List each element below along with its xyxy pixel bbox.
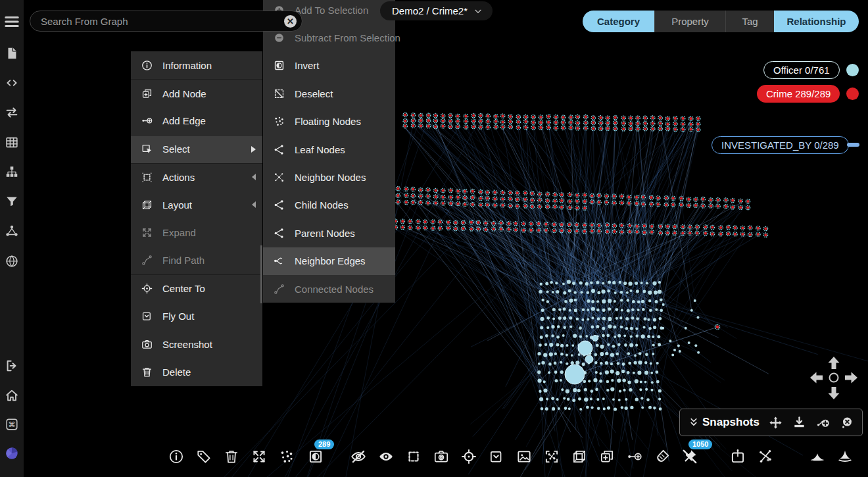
tab-category[interactable]: Category xyxy=(583,11,654,32)
menu-item-label: Leaf Nodes xyxy=(295,144,395,155)
menu-item-connected-nodes: Connected Nodes xyxy=(263,275,395,303)
search-input[interactable] xyxy=(30,16,284,27)
tab-tag[interactable]: Tag xyxy=(725,11,774,32)
sidebar-logo-button[interactable] xyxy=(5,446,19,461)
sidebar-transform-button[interactable] xyxy=(5,105,19,120)
sidebar-code-button[interactable] xyxy=(5,76,19,90)
legend-relationship-investigated-by[interactable]: INVESTIGATED_BY 0/289 xyxy=(711,136,849,154)
menu-item-find-path: Find Path xyxy=(131,247,262,274)
context-menu-scrollbar[interactable] xyxy=(260,245,262,303)
toolbar-tag-button[interactable] xyxy=(193,445,215,468)
legend-category-officer[interactable]: Officer 0/761 xyxy=(763,61,840,79)
toolbar-crosshair-button[interactable] xyxy=(458,445,480,468)
menu-item-neighbor-edges[interactable]: Neighbor Edges xyxy=(263,247,395,275)
add-node-icon xyxy=(598,448,615,465)
search-clear-button[interactable]: ✕ xyxy=(284,15,297,28)
sidebar-table-button[interactable] xyxy=(5,135,19,149)
menu-item-screenshot[interactable]: Screenshot xyxy=(131,330,262,358)
snapshots-move-button[interactable] xyxy=(768,415,783,430)
menu-item-actions[interactable]: Actions xyxy=(131,163,262,191)
toolbar-brush-button[interactable] xyxy=(651,445,673,468)
pan-left-arrow[interactable] xyxy=(810,372,823,384)
actions-grid-icon xyxy=(141,171,153,184)
crime-color-dot[interactable] xyxy=(846,88,859,100)
screenshot-icon xyxy=(141,338,153,351)
toolbar-cone-button[interactable] xyxy=(834,445,856,468)
toolbar-dashed-square-button[interactable] xyxy=(402,445,425,468)
menu-item-information[interactable]: Information xyxy=(131,51,262,79)
toolbar-nodes-bracket-button[interactable] xyxy=(541,445,563,468)
snapshots-node-plus-button[interactable] xyxy=(815,415,831,430)
menu-item-label: Add Edge xyxy=(162,115,262,126)
snapshots-actions xyxy=(768,415,854,430)
toolbar-trash-button[interactable] xyxy=(220,445,243,468)
sidebar-documents-button[interactable] xyxy=(5,46,19,61)
toolbar-board-pin-button[interactable] xyxy=(727,445,749,468)
menu-item-center-to[interactable]: Center To xyxy=(131,274,262,302)
tab-property[interactable]: Property xyxy=(654,11,725,32)
sign-out-icon xyxy=(5,359,19,373)
menu-item-select[interactable]: Select xyxy=(131,135,262,163)
snapshots-circle-x-button[interactable] xyxy=(839,415,854,430)
menu-item-add-node[interactable]: Add Node xyxy=(131,79,262,107)
toolbar-info-circle-button[interactable] xyxy=(165,445,187,468)
cone-icon xyxy=(836,448,854,465)
pan-dpad[interactable] xyxy=(808,353,860,404)
toolbar-invert-button[interactable]: 289 xyxy=(304,445,327,468)
toolbar-pin-off-button[interactable]: 1050 xyxy=(679,445,701,468)
sidebar-graph-view-button[interactable] xyxy=(5,224,19,238)
sidebar-hierarchy-button[interactable] xyxy=(5,164,19,179)
menu-item-label: Invert xyxy=(295,60,395,71)
project-selector[interactable]: Demo2 / Crime2* xyxy=(380,1,493,20)
toolbar-expand-arrows-button[interactable] xyxy=(248,445,270,468)
menu-item-parent-nodes[interactable]: Parent Nodes xyxy=(263,219,395,247)
menu-item-delete[interactable]: Delete xyxy=(131,358,262,386)
double-chevron-down-icon[interactable] xyxy=(688,416,700,428)
dashed-square-icon xyxy=(405,448,422,465)
toolbar-camera-button[interactable] xyxy=(430,445,452,468)
officer-color-dot[interactable] xyxy=(846,64,859,76)
menu-item-fly-out[interactable]: Fly Out xyxy=(131,303,262,330)
code-icon xyxy=(5,76,19,90)
menu-item-floating-nodes[interactable]: Floating Nodes xyxy=(263,108,395,136)
pan-right-arrow[interactable] xyxy=(845,372,857,384)
menu-item-layout[interactable]: Layout xyxy=(131,191,262,218)
download-icon xyxy=(792,415,807,430)
info-circle-icon xyxy=(141,59,153,72)
toolbar-add-edge-button[interactable] xyxy=(623,445,646,468)
menu-item-add-edge[interactable]: Add Edge xyxy=(131,107,262,135)
toolbar-floating-nodes-button[interactable] xyxy=(276,445,298,468)
toolbar-cut-edges-button[interactable] xyxy=(754,445,777,468)
toolbar-add-node-button[interactable] xyxy=(596,445,618,468)
snapshots-download-button[interactable] xyxy=(792,415,807,430)
sidebar-home-button[interactable] xyxy=(5,388,19,403)
menu-item-invert[interactable]: Invert xyxy=(263,52,395,80)
sidebar-geo-button[interactable] xyxy=(5,254,19,268)
menu-item-deselect[interactable]: Deselect xyxy=(263,80,395,107)
tab-relationship[interactable]: Relationship xyxy=(774,11,859,32)
pan-up-arrow[interactable] xyxy=(829,357,840,369)
toolbar-image-button[interactable] xyxy=(513,445,535,468)
toolbar-eye-off-button[interactable] xyxy=(347,445,370,468)
center-target-icon xyxy=(141,282,153,295)
cube-icon xyxy=(571,448,588,465)
pan-center-circle[interactable] xyxy=(830,374,838,382)
sidebar-filter-button[interactable] xyxy=(5,194,19,209)
path-icon xyxy=(273,283,285,295)
sidebar-menu-button[interactable] xyxy=(3,13,20,30)
legend-category-crime[interactable]: Crime 289/289 xyxy=(757,85,840,103)
pan-down-arrow[interactable] xyxy=(829,387,840,399)
sidebar-sign-out-button[interactable] xyxy=(5,359,19,373)
graph-canvas[interactable] xyxy=(0,0,868,477)
investigated-by-color-dash[interactable] xyxy=(847,143,859,147)
toolbar-eye-button[interactable] xyxy=(375,445,397,468)
menu-item-neighbor-nodes[interactable]: Neighbor Nodes xyxy=(263,163,395,191)
menu-item-child-nodes[interactable]: Child Nodes xyxy=(263,191,395,219)
toolbar-flatten-button[interactable] xyxy=(806,445,829,468)
toolbar-cube-button[interactable] xyxy=(568,445,591,468)
sidebar-shortcuts-button[interactable]: ⌘ xyxy=(5,417,19,432)
menu-item-leaf-nodes[interactable]: Leaf Nodes xyxy=(263,136,395,163)
toolbar-fly-out-button[interactable] xyxy=(485,445,508,468)
menu-item-label: Deselect xyxy=(295,88,395,99)
floating-nodes-icon xyxy=(273,115,285,128)
